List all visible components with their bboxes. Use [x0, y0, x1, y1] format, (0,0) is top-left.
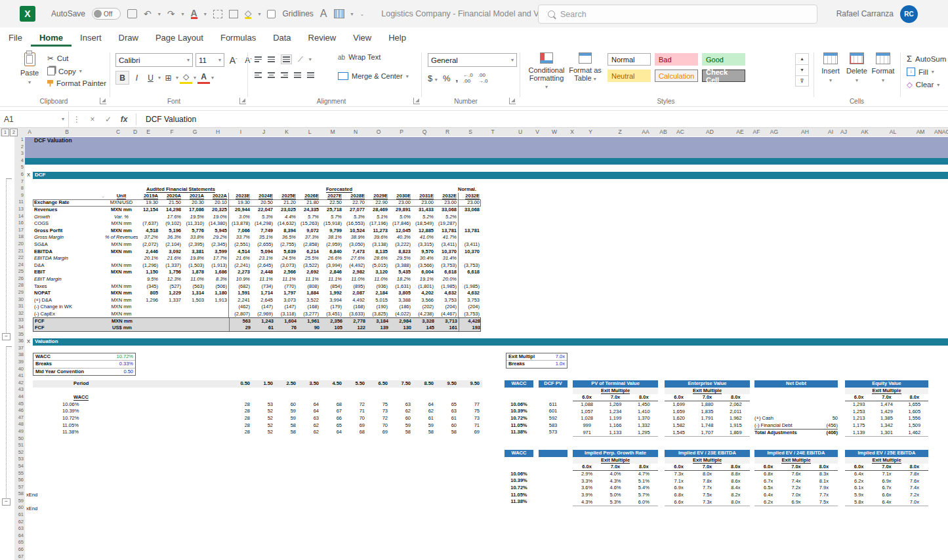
cell[interactable]: 5.0% — [601, 492, 629, 499]
cell[interactable]: 6,618 — [458, 269, 481, 276]
cell[interactable]: 40.3% — [389, 234, 412, 241]
cell[interactable]: 1,088 — [573, 401, 601, 409]
cell[interactable]: 60 — [389, 415, 412, 422]
row-label[interactable]: (-) CapEx — [33, 311, 105, 318]
cell[interactable]: 1,880 — [693, 401, 721, 409]
cell[interactable]: (506) — [205, 283, 228, 290]
table-style-icon[interactable] — [334, 9, 344, 18]
row-header-45[interactable]: 45 — [14, 401, 25, 408]
style-chip-good[interactable]: Good — [702, 53, 745, 66]
cell[interactable]: 11.1% — [251, 276, 274, 283]
merge-center-button[interactable]: Merge & Center▾ — [338, 72, 409, 80]
row-header-28[interactable]: 28 — [14, 282, 25, 289]
cell[interactable]: 1,150 — [138, 269, 159, 276]
row-header-51[interactable]: 51 — [14, 442, 25, 449]
period-value[interactable]: 2.50 — [274, 380, 297, 388]
cell[interactable]: 23.00 — [435, 199, 458, 207]
row-unit[interactable]: MXN mm — [105, 297, 138, 304]
cell[interactable]: 1,229 — [159, 290, 182, 297]
cell[interactable]: 105 — [321, 325, 344, 331]
cell[interactable]: (190) — [366, 304, 389, 311]
row-header-67[interactable]: 67 — [14, 553, 25, 560]
cell[interactable]: 22,047 — [251, 207, 274, 214]
cell[interactable]: 7,473 — [343, 249, 366, 256]
col-header-B[interactable]: B — [65, 129, 69, 135]
cell[interactable]: (682) — [228, 283, 251, 290]
underline-button[interactable]: U — [144, 71, 157, 84]
cell[interactable]: 2,645 — [251, 297, 274, 304]
assumption-value[interactable]: 7.0x — [556, 353, 565, 361]
cell[interactable]: 2,062 — [722, 401, 750, 409]
cell[interactable] — [159, 304, 182, 311]
wacc-value[interactable]: 10.06% — [505, 471, 533, 478]
cell[interactable]: 1,686 — [205, 269, 228, 276]
cell[interactable]: 1,180 — [205, 290, 228, 297]
cell[interactable]: (3,411) — [458, 241, 481, 249]
clipboard-dialog-launcher[interactable] — [100, 98, 106, 104]
format-as-table-button[interactable]: Format as Table ▾ — [568, 52, 602, 96]
col-header-V[interactable]: V — [535, 129, 539, 135]
cell[interactable]: 161 — [436, 325, 459, 331]
col-header-O[interactable]: O — [377, 129, 381, 135]
cell[interactable]: (3,315) — [412, 241, 435, 249]
cell[interactable]: 5.2% — [435, 214, 458, 221]
cell[interactable]: 20.1% — [138, 255, 159, 262]
cell[interactable]: 7.8x — [693, 478, 721, 485]
cell[interactable]: 4.0% — [601, 471, 629, 478]
cell[interactable]: 68 — [343, 429, 366, 436]
cell[interactable]: 1,835 — [693, 409, 721, 416]
col-header-E[interactable]: E — [146, 129, 150, 135]
cell[interactable]: 1,659 — [665, 409, 693, 416]
cell[interactable]: 8.0x — [693, 471, 721, 478]
cell[interactable]: (2,959) — [320, 241, 343, 249]
cell[interactable]: 71 — [458, 422, 481, 430]
cell[interactable]: (3,451) — [320, 311, 343, 318]
cell[interactable]: (16,553) — [343, 220, 366, 228]
cell[interactable]: (1,801) — [412, 283, 435, 290]
cell[interactable]: 5.3% — [601, 499, 629, 506]
cell[interactable]: 37.2% — [138, 234, 159, 241]
cell[interactable]: (3,753) — [435, 262, 458, 270]
col-header-F[interactable]: F — [170, 129, 173, 135]
cell[interactable]: 11.1% — [297, 276, 320, 283]
cell[interactable]: (11,310) — [182, 220, 205, 228]
col-header-AB[interactable]: AB — [659, 129, 667, 135]
cell[interactable]: 1,295 — [630, 430, 658, 437]
cell[interactable]: 3,073 — [274, 297, 297, 304]
cell[interactable]: (1,337) — [159, 262, 182, 270]
cell[interactable]: 8.3x — [810, 471, 838, 478]
cell[interactable]: (462) — [228, 304, 251, 311]
cell[interactable]: 28 — [228, 408, 251, 415]
cell[interactable]: 6.9x — [782, 499, 810, 506]
cell[interactable]: 1,474 — [873, 401, 900, 409]
row-header-29[interactable]: 29 — [14, 289, 25, 296]
cell[interactable]: (2,345) — [205, 241, 228, 249]
cell[interactable]: 22.50 — [320, 199, 343, 207]
year-header-4[interactable]: 2023E — [228, 193, 251, 200]
cell[interactable]: 20,325 — [205, 207, 228, 214]
cell[interactable]: 5.7% — [630, 492, 658, 499]
col-header-AE[interactable]: AE — [736, 129, 743, 135]
row-header-61[interactable]: 61 — [14, 511, 25, 519]
cell[interactable]: 38.9% — [343, 234, 366, 241]
cell[interactable] — [138, 318, 160, 325]
cell[interactable]: (18,549) — [412, 220, 435, 228]
cell[interactable]: 193 — [459, 325, 482, 331]
multiple-header[interactable]: 6.0x — [754, 464, 782, 470]
cell[interactable]: 3,381 — [182, 249, 205, 256]
fill-button[interactable]: ↓Fill ▾ — [907, 68, 946, 76]
cell[interactable]: 21.50 — [159, 199, 182, 207]
cell[interactable]: (4,492) — [343, 262, 366, 270]
row-header-64[interactable]: 64 — [14, 532, 25, 540]
align-middle-icon[interactable] — [268, 56, 275, 62]
row-unit[interactable]: MXN mm — [106, 318, 138, 325]
cell[interactable]: 75 — [458, 408, 481, 415]
cell[interactable]: 72 — [343, 401, 366, 409]
cell[interactable]: 1,385 — [873, 415, 900, 422]
cell[interactable]: 64 — [412, 401, 435, 409]
menu-tab-home[interactable]: Home — [31, 29, 72, 47]
cell[interactable]: 7.5x — [693, 492, 721, 499]
cell[interactable]: 5.0% — [389, 214, 412, 221]
cell[interactable]: 2.9% — [573, 471, 601, 478]
col-header-L[interactable]: L — [308, 129, 312, 135]
